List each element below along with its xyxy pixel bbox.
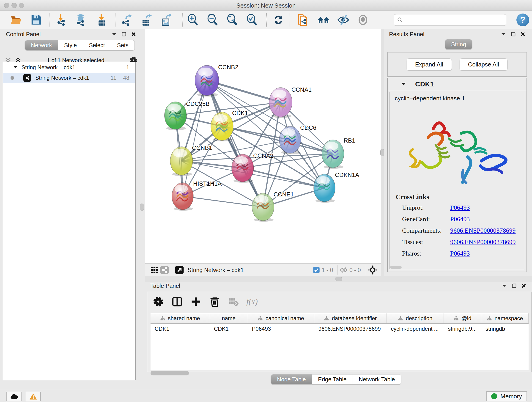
birdseye-view-icon[interactable]: [174, 265, 184, 274]
toolbar-search-box[interactable]: [394, 14, 506, 26]
edge-CCNB2-HIST1H1A[interactable]: [183, 80, 207, 196]
column-header-database-identifier[interactable]: database identifier: [314, 313, 387, 323]
string-network-graph[interactable]: CCNB2CCNA1CDC25BCDK1CDC6RB1CCNB1CCNA2CDK…: [145, 29, 381, 263]
zoom-fit-icon[interactable]: [225, 13, 239, 27]
crosslink-link[interactable]: 9606.ENSP00000378699: [450, 238, 515, 246]
show-all-icon[interactable]: [356, 13, 370, 27]
crosslink-row: GeneCard:P06493: [402, 216, 515, 223]
float-panel-icon[interactable]: [122, 32, 126, 36]
export-network-icon[interactable]: [120, 13, 134, 27]
tab-string[interactable]: String: [445, 39, 472, 49]
clone-network-icon[interactable]: [296, 13, 310, 27]
panel-menu-icon[interactable]: [501, 32, 506, 36]
tab-sets[interactable]: Sets: [111, 40, 134, 50]
tab-node-table[interactable]: Node Table: [271, 375, 312, 384]
network-edges[interactable]: [176, 80, 333, 207]
home-networks-icon[interactable]: [317, 13, 330, 27]
tab-network-table[interactable]: Network Table: [353, 375, 401, 384]
export-table-icon[interactable]: [140, 13, 153, 27]
tab-edge-table[interactable]: Edge Table: [312, 375, 353, 384]
column-header-description[interactable]: description: [387, 313, 444, 323]
fit-selected-crosshair-icon[interactable]: [367, 265, 378, 274]
table-cell[interactable]: stringdb:9...: [444, 324, 481, 334]
node-CCNE1[interactable]: CCNE1: [252, 191, 294, 222]
node-CCNB2[interactable]: CCNB2: [195, 64, 238, 96]
left-splitter-handle[interactable]: [140, 204, 144, 211]
crosslink-link[interactable]: P06493: [450, 204, 470, 211]
node-CCNA1[interactable]: CCNA1: [269, 86, 312, 118]
cloud-status-button[interactable]: [6, 392, 22, 401]
zoom-in-icon[interactable]: [186, 13, 200, 27]
expand-all-button[interactable]: Expand All: [407, 58, 452, 70]
node-CDK1[interactable]: CDK1: [211, 109, 248, 141]
table-cell[interactable]: 9606.ENSP00000378699: [314, 324, 387, 334]
create-column-icon[interactable]: [190, 296, 202, 307]
collapse-all-button[interactable]: Collapse All: [460, 58, 508, 70]
column-header-canonical-name[interactable]: canonical name: [248, 313, 314, 323]
crosslink-link[interactable]: 9606.ENSP00000378699: [450, 227, 515, 234]
table-cell[interactable]: P06493: [248, 324, 314, 334]
node-CDKN1A[interactable]: CDKN1A: [314, 172, 359, 203]
grid-view-icon[interactable]: [149, 265, 159, 274]
network-canvas[interactable]: CCNB2CCNA1CDC25BCDK1CDC6RB1CCNB1CCNA2CDK…: [145, 29, 381, 263]
hide-selected-icon[interactable]: [336, 13, 350, 27]
table-hscroll-thumb[interactable]: [151, 371, 189, 375]
column-header-name[interactable]: name: [210, 313, 248, 323]
zoom-selected-icon[interactable]: [245, 13, 259, 27]
column-header-@id[interactable]: @id: [444, 313, 481, 323]
edge-HIST1H1A-CCNE1[interactable]: [183, 196, 263, 207]
network-row-selected[interactable]: String Network – cdk1 11 48: [3, 73, 135, 83]
column-header-shared-name[interactable]: shared name: [151, 313, 210, 323]
node-label-CCNA1: CCNA1: [291, 86, 312, 93]
selected-checkbox-icon[interactable]: [313, 267, 320, 274]
node-CCNB1[interactable]: CCNB1: [170, 144, 212, 176]
warnings-button[interactable]: [26, 392, 41, 401]
results-hscroll-thumb[interactable]: [390, 266, 402, 269]
column-header-namespace[interactable]: namespace: [481, 313, 529, 323]
tab-style[interactable]: Style: [58, 40, 83, 50]
edge-CCNB2-CCNE1[interactable]: [207, 80, 263, 207]
network-view-share-icon[interactable]: [159, 265, 170, 274]
crosslink-link[interactable]: P06493: [450, 250, 470, 257]
table-options-gear-icon[interactable]: [152, 296, 164, 307]
node-HIST1H1A[interactable]: HIST1H1A: [172, 180, 222, 211]
save-session-icon[interactable]: [29, 13, 43, 27]
panel-menu-icon[interactable]: [502, 284, 507, 287]
table-cell[interactable]: cyclin-dependent ...: [387, 324, 444, 334]
import-network-file-icon[interactable]: [55, 13, 69, 27]
float-panel-icon[interactable]: [511, 32, 515, 36]
import-table-icon[interactable]: [95, 13, 109, 27]
node-RB1[interactable]: RB1: [322, 137, 355, 169]
memory-button[interactable]: Memory: [486, 391, 527, 401]
close-panel-icon[interactable]: [520, 32, 525, 36]
table-row[interactable]: CDK1CDK1P064939606.ENSP00000378699cyclin…: [151, 324, 529, 334]
tree-expander-icon[interactable]: [13, 66, 17, 69]
refresh-icon[interactable]: [272, 13, 285, 27]
table-cell[interactable]: stringdb: [481, 324, 529, 334]
delete-column-icon[interactable]: [209, 296, 221, 307]
table-cell[interactable]: CDK1: [210, 324, 248, 334]
import-network-database-icon[interactable]: [74, 13, 88, 27]
crosslink-link[interactable]: P06493: [450, 216, 470, 223]
node-CDC25B[interactable]: CDC25B: [165, 100, 210, 130]
open-session-icon[interactable]: [9, 13, 23, 27]
close-panel-icon[interactable]: [521, 283, 526, 288]
table-cell[interactable]: CDK1: [151, 324, 210, 334]
bottom-splitter-handle[interactable]: [335, 277, 342, 281]
node-label-HIST1H1A: HIST1H1A: [193, 180, 222, 187]
zoom-out-icon[interactable]: [206, 13, 220, 27]
close-panel-icon[interactable]: [131, 32, 136, 36]
search-input[interactable]: [403, 17, 506, 23]
cdk1-section-header[interactable]: CDK1: [388, 78, 526, 90]
export-image-icon[interactable]: [159, 13, 173, 27]
crosslink-row: Compartments:9606.ENSP00000378699: [402, 227, 515, 234]
tab-network[interactable]: Network: [25, 40, 58, 50]
panel-menu-icon[interactable]: [112, 32, 117, 36]
network-collection-row[interactable]: String Network – cdk1 1: [3, 62, 135, 73]
float-panel-icon[interactable]: [512, 283, 516, 288]
node-CCNA2[interactable]: CCNA2: [232, 152, 273, 183]
show-columns-icon[interactable]: [171, 296, 183, 307]
tab-select[interactable]: Select: [83, 40, 111, 50]
help-icon[interactable]: ?: [516, 13, 529, 26]
section-expander-icon[interactable]: [401, 83, 406, 86]
